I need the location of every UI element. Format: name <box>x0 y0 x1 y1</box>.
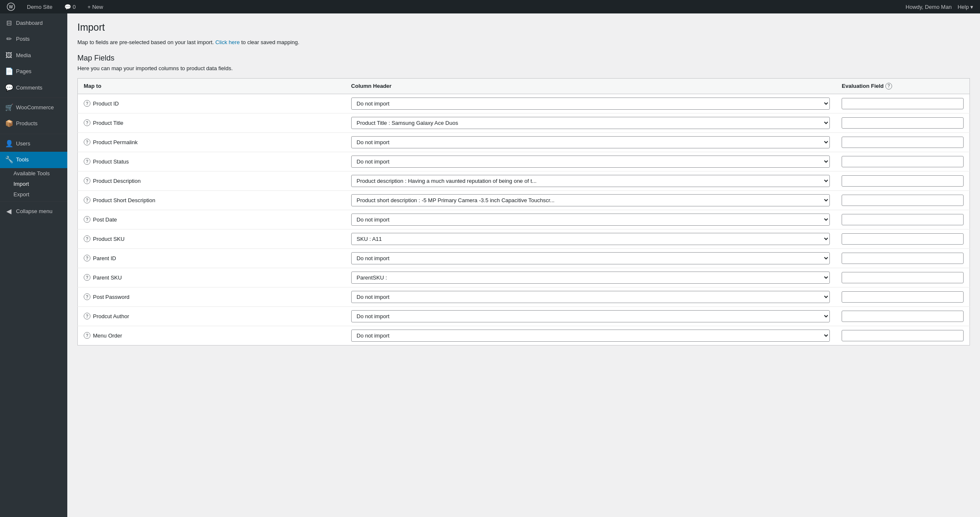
sidebar-subitem-import[interactable]: Import <box>0 179 67 189</box>
eval-cell-parent-id[interactable] <box>836 248 969 268</box>
column-select-post-password[interactable]: Do not import <box>351 291 830 303</box>
column-select-parent-id[interactable]: Do not import <box>351 252 830 264</box>
eval-cell-product-status[interactable] <box>836 152 969 171</box>
column-select-product-description[interactable]: Product description : Having a much vaun… <box>351 175 830 187</box>
eval-cell-product-title[interactable] <box>836 113 969 132</box>
new-content-button[interactable]: + New <box>85 0 106 13</box>
sidebar-item-woocommerce[interactable]: 🛒 WooCommerce <box>0 100 67 116</box>
sidebar-item-dashboard[interactable]: ⊟ Dashboard <box>0 15 67 31</box>
column-header-cell-product-permalink[interactable]: Do not import <box>345 132 836 152</box>
sidebar-item-products[interactable]: 📦 Products <box>0 116 67 132</box>
tools-icon: 🔧 <box>5 155 13 164</box>
column-header-cell-parent-id[interactable]: Do not import <box>345 248 836 268</box>
help-button[interactable]: Help ▾ <box>955 4 976 10</box>
collapse-menu-button[interactable]: ◀ Collapse menu <box>0 203 67 219</box>
row-help-icon-menu-order[interactable]: ? <box>84 332 90 339</box>
column-header-cell-post-date[interactable]: Do not import <box>345 210 836 229</box>
column-select-product-status[interactable]: Do not import <box>351 156 830 168</box>
eval-input-product-sku[interactable] <box>842 233 964 245</box>
sidebar-item-posts[interactable]: ✏ Posts <box>0 31 67 47</box>
column-header-cell-product-status[interactable]: Do not import <box>345 152 836 171</box>
sidebar-item-comments[interactable]: 💬 Comments <box>0 80 67 96</box>
map-to-label-product-short-description: Product Short Description <box>93 197 155 203</box>
eval-cell-post-password[interactable] <box>836 287 969 306</box>
row-help-icon-product-title[interactable]: ? <box>84 119 90 126</box>
row-help-icon-post-password[interactable]: ? <box>84 293 90 300</box>
sidebar-item-pages[interactable]: 📄 Pages <box>0 63 67 79</box>
column-header-cell-product-description[interactable]: Product description : Having a much vaun… <box>345 171 836 190</box>
column-header-cell-post-password[interactable]: Do not import <box>345 287 836 306</box>
eval-input-product-id[interactable] <box>842 98 964 109</box>
row-help-icon-parent-id[interactable]: ? <box>84 255 90 261</box>
eval-input-product-author[interactable] <box>842 311 964 322</box>
column-header-cell-product-short-description[interactable]: Product short description : -5 MP Primar… <box>345 190 836 210</box>
sidebar-subitem-available-tools[interactable]: Available Tools <box>0 168 67 179</box>
eval-cell-product-id[interactable] <box>836 94 969 113</box>
row-help-icon-product-permalink[interactable]: ? <box>84 139 90 145</box>
eval-cell-product-author[interactable] <box>836 306 969 326</box>
column-select-product-permalink[interactable]: Do not import <box>351 136 830 148</box>
eval-input-product-description[interactable] <box>842 175 964 187</box>
eval-help-icon[interactable]: ? <box>885 83 892 90</box>
eval-input-post-date[interactable] <box>842 214 964 225</box>
eval-input-parent-id[interactable] <box>842 253 964 264</box>
eval-input-product-short-description[interactable] <box>842 195 964 206</box>
eval-input-product-title[interactable] <box>842 117 964 129</box>
row-help-icon-product-status[interactable]: ? <box>84 158 90 165</box>
eval-input-parent-sku[interactable] <box>842 272 964 283</box>
row-help-icon-parent-sku[interactable]: ? <box>84 274 90 281</box>
column-select-product-title[interactable]: Product Title : Samsung Galaxy Ace Duos <box>351 117 830 129</box>
eval-cell-product-sku[interactable] <box>836 229 969 248</box>
column-select-menu-order[interactable]: Do not import <box>351 330 830 342</box>
sidebar-item-users[interactable]: 👤 Users <box>0 136 67 152</box>
table-row: ? Prodcut Author Do not import <box>78 306 970 326</box>
comments-button[interactable]: 💬 0 <box>62 0 78 13</box>
column-select-product-short-description[interactable]: Product short description : -5 MP Primar… <box>351 194 830 206</box>
menu-separator-2 <box>0 134 67 134</box>
site-name-button[interactable]: Demo Site <box>24 0 55 13</box>
map-to-cell-product-short-description: ? Product Short Description <box>78 190 345 210</box>
row-help-icon-product-short-description[interactable]: ? <box>84 197 90 203</box>
eval-cell-product-description[interactable] <box>836 171 969 190</box>
map-to-cell-product-description: ? Product Description <box>78 171 345 190</box>
row-help-icon-product-description[interactable]: ? <box>84 177 90 184</box>
eval-cell-product-short-description[interactable] <box>836 190 969 210</box>
sidebar-subitem-export[interactable]: Export <box>0 189 67 200</box>
eval-input-product-status[interactable] <box>842 156 964 167</box>
map-fields-table: Map to Column Header Evaluation Field ? … <box>77 78 970 346</box>
sidebar-label-users: Users <box>16 140 30 148</box>
column-header-cell-product-id[interactable]: Do not import <box>345 94 836 113</box>
wp-logo-button[interactable]: W <box>4 0 18 13</box>
row-help-icon-product-author[interactable]: ? <box>84 313 90 319</box>
eval-input-product-permalink[interactable] <box>842 137 964 148</box>
eval-cell-product-permalink[interactable] <box>836 132 969 152</box>
eval-input-menu-order[interactable] <box>842 330 964 341</box>
column-header-cell-product-title[interactable]: Product Title : Samsung Galaxy Ace Duos <box>345 113 836 132</box>
column-header-cell-product-author[interactable]: Do not import <box>345 306 836 326</box>
eval-cell-menu-order[interactable] <box>836 326 969 345</box>
eval-input-post-password[interactable] <box>842 291 964 303</box>
sidebar-item-media[interactable]: 🖼 Media <box>0 47 67 63</box>
column-header-cell-parent-sku[interactable]: ParentSKU : <box>345 268 836 287</box>
column-header-cell-menu-order[interactable]: Do not import <box>345 326 836 345</box>
sidebar-label-products: Products <box>16 120 37 127</box>
table-row: ? Post Date Do not import <box>78 210 970 229</box>
eval-cell-parent-sku[interactable] <box>836 268 969 287</box>
menu-separator-1 <box>0 98 67 98</box>
column-select-product-author[interactable]: Do not import <box>351 310 830 322</box>
map-to-label-product-id: Product ID <box>93 100 119 107</box>
column-select-post-date[interactable]: Do not import <box>351 214 830 226</box>
row-help-icon-post-date[interactable]: ? <box>84 216 90 223</box>
column-header-cell-product-sku[interactable]: SKU : A11 <box>345 229 836 248</box>
export-label: Export <box>13 191 29 198</box>
import-label: Import <box>13 181 29 187</box>
sidebar-item-tools[interactable]: 🔧 Tools <box>0 152 67 168</box>
available-tools-label: Available Tools <box>13 170 50 177</box>
column-select-product-id[interactable]: Do not import <box>351 98 830 110</box>
row-help-icon-product-id[interactable]: ? <box>84 100 90 107</box>
column-select-parent-sku[interactable]: ParentSKU : <box>351 272 830 284</box>
row-help-icon-product-sku[interactable]: ? <box>84 235 90 242</box>
eval-cell-post-date[interactable] <box>836 210 969 229</box>
column-select-product-sku[interactable]: SKU : A11 <box>351 233 830 245</box>
clear-mapping-link[interactable]: Click here <box>215 39 240 45</box>
